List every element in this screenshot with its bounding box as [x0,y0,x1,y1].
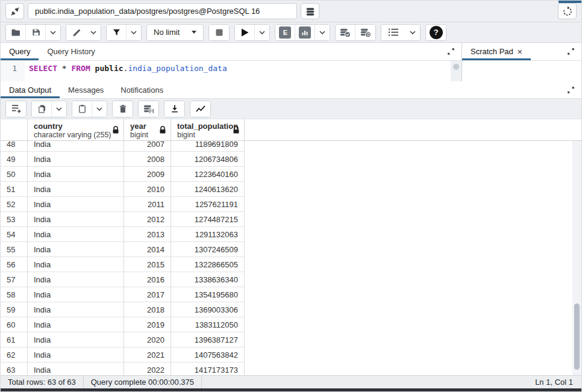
year-cell[interactable]: 2021 [124,347,171,362]
country-cell[interactable]: India [28,182,124,196]
explain-button[interactable]: E [275,25,295,40]
tab-scratch-pad[interactable]: Scratch Pad × [462,43,531,60]
filter-button[interactable] [107,25,127,40]
population-cell[interactable]: 1206734806 [171,152,245,166]
editor-scrollbar[interactable] [451,61,462,81]
explain-options-dropdown[interactable] [315,25,330,40]
country-cell[interactable]: India [28,332,124,347]
population-cell[interactable]: 1189691809 [171,141,245,151]
population-cell[interactable]: 1369003306 [171,302,245,317]
grid-scrollbar-thumb[interactable] [574,303,580,370]
row-number-cell[interactable]: 62 [1,347,28,362]
country-cell[interactable]: India [28,212,124,226]
delete-row-button[interactable] [113,101,133,117]
year-cell[interactable]: 2019 [124,317,171,332]
country-cell[interactable]: India [28,287,124,302]
year-cell[interactable]: 2014 [124,242,171,257]
paste-options-dropdown[interactable] [92,101,107,117]
country-cell[interactable]: India [28,197,124,211]
year-cell[interactable]: 2009 [124,167,171,181]
execute-button[interactable] [235,25,255,40]
year-cell[interactable]: 2013 [124,227,171,241]
copy-button[interactable] [32,101,52,117]
year-cell[interactable]: 2010 [124,182,171,196]
country-cell[interactable]: India [28,227,124,241]
year-cell[interactable]: 2012 [124,212,171,226]
population-cell[interactable]: 1417173173 [171,362,245,375]
macros-dropdown[interactable] [405,25,420,40]
year-cell[interactable]: 2008 [124,152,171,166]
year-cell[interactable]: 2016 [124,272,171,287]
new-connection-button[interactable] [301,3,319,19]
execute-options-dropdown[interactable] [255,25,269,40]
row-number-cell[interactable]: 59 [1,302,28,317]
row-number-cell[interactable]: 60 [1,317,28,332]
paste-button[interactable] [72,101,92,117]
edit-options-dropdown[interactable] [86,25,101,40]
country-cell[interactable]: India [28,347,124,362]
explain-analyze-button[interactable] [295,25,315,40]
country-cell[interactable]: India [28,242,124,257]
save-file-button[interactable] [26,25,46,40]
copy-options-dropdown[interactable] [52,101,66,117]
population-cell[interactable]: 1291132063 [171,227,245,241]
row-number-cell[interactable]: 54 [1,227,28,241]
population-cell[interactable]: 1274487215 [171,212,245,226]
year-cell[interactable]: 2020 [124,332,171,347]
row-number-cell[interactable]: 58 [1,287,28,302]
country-cell[interactable]: India [28,141,124,151]
editor-expand-button[interactable] [440,43,462,60]
output-expand-button[interactable] [560,81,581,98]
country-cell[interactable]: India [28,302,124,317]
year-cell[interactable]: 2017 [124,287,171,302]
row-number-cell[interactable]: 49 [1,152,28,166]
year-cell[interactable]: 2011 [124,197,171,211]
filter-options-dropdown[interactable] [127,25,141,40]
population-cell[interactable]: 1407563842 [171,347,245,362]
year-cell[interactable]: 2022 [124,362,171,375]
country-cell[interactable]: India [28,362,124,375]
population-cell[interactable]: 1338636340 [171,272,245,287]
country-cell[interactable]: India [28,152,124,166]
tab-data-output[interactable]: Data Output [1,81,60,98]
open-file-button[interactable] [6,25,26,40]
close-icon[interactable]: × [518,48,522,56]
population-cell[interactable]: 1322866505 [171,257,245,272]
macros-button[interactable] [381,25,405,40]
connection-selector[interactable]: public.india_population_data/postgres/po… [28,3,297,19]
row-number-cell[interactable]: 63 [1,362,28,375]
row-number-cell[interactable]: 52 [1,197,28,211]
year-cell[interactable]: 2018 [124,302,171,317]
row-number-cell[interactable]: 51 [1,182,28,196]
population-cell[interactable]: 1257621191 [171,197,245,211]
row-number-cell[interactable]: 50 [1,167,28,181]
help-button[interactable]: ? [426,25,446,40]
row-number-cell[interactable]: 48 [1,141,28,151]
cancel-query-button[interactable] [209,25,229,40]
commit-button[interactable] [336,25,355,40]
reset-layout-button[interactable] [558,3,577,19]
row-number-cell[interactable]: 56 [1,257,28,272]
row-number-cell[interactable]: 53 [1,212,28,226]
country-cell[interactable]: India [28,257,124,272]
column-header-country[interactable]: country character varying (255) [28,119,124,140]
rollback-button[interactable] [355,25,375,40]
year-cell[interactable]: 2015 [124,257,171,272]
population-cell[interactable]: 1223640160 [171,167,245,181]
row-number-cell[interactable]: 57 [1,272,28,287]
column-header-total-population[interactable]: total_population bigint [171,119,245,140]
tab-query-history[interactable]: Query History [39,43,103,60]
select-all-corner[interactable] [1,119,28,140]
country-cell[interactable]: India [28,317,124,332]
grid-scrollbar-track[interactable] [572,119,581,375]
sql-code-line[interactable]: SELECT * FROM public.india_population_da… [25,61,451,81]
row-number-cell[interactable]: 55 [1,242,28,257]
add-row-button[interactable] [6,101,26,117]
download-csv-button[interactable] [164,101,184,117]
row-number-cell[interactable]: 61 [1,332,28,347]
year-cell[interactable]: 2007 [124,141,171,151]
column-header-year[interactable]: year bigint [124,119,171,140]
sql-editor[interactable]: 1 SELECT * FROM public.india_population_… [1,61,462,81]
population-cell[interactable]: 1383112050 [171,317,245,332]
country-cell[interactable]: India [28,272,124,287]
